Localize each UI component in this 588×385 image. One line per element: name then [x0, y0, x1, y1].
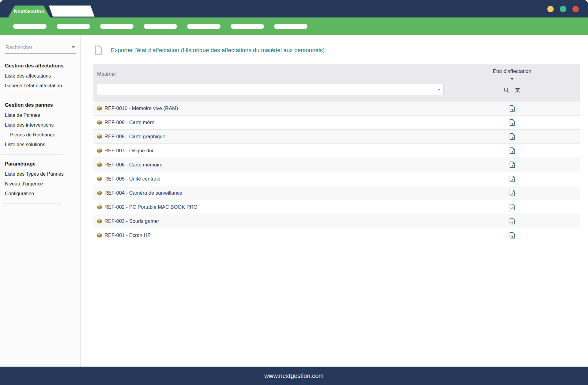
- file-pdf-icon[interactable]: [510, 147, 515, 154]
- table-row[interactable]: REF-002 - PC Portable MAC BOOK PRO: [93, 200, 580, 214]
- row-label: REF-002 - PC Portable MAC BOOK PRO: [104, 204, 198, 210]
- row-label: REF-001 - Ecran HP: [104, 232, 151, 238]
- table-row[interactable]: REF-001 - Ecran HP: [93, 228, 580, 242]
- page: NextGestion Gestion des affectations Lis…: [0, 0, 588, 385]
- sidebar-item-liste-des-solutions[interactable]: Liste des solutions: [5, 140, 80, 150]
- row-label: REF-006 - Carte mémoire: [104, 162, 163, 168]
- grid-header: Matériel État d'affectation: [93, 64, 580, 101]
- brand-name: NextGestion: [14, 9, 44, 15]
- sidebar-item-niveau-durgence[interactable]: Niveau d'urgence: [5, 179, 80, 189]
- table-row[interactable]: REF-006 - Carte mémoire: [93, 158, 580, 172]
- table-row[interactable]: REF-009 - Carte mère: [93, 115, 580, 129]
- file-pdf-icon[interactable]: [510, 232, 515, 238]
- nav-bar: [0, 17, 588, 35]
- sidebar-item-generer-etat-affectation[interactable]: Générer l'état d'affectation: [5, 81, 80, 91]
- sidebar-group-heading-pannes: Gestion des pannes: [5, 102, 80, 108]
- document-icon: [95, 45, 103, 55]
- table-row[interactable]: REF-003 - Souris gamer: [93, 214, 580, 228]
- row-label: REF-0010 - Mémoire vive (RAM): [104, 105, 178, 111]
- sidebar-item-liste-des-types-de-pannes[interactable]: Liste des Types de Pannes: [5, 169, 80, 179]
- column-header-etat-affectation[interactable]: État d'affectation: [444, 64, 580, 84]
- table-row[interactable]: REF-005 - Unité centrale: [93, 172, 580, 186]
- row-label: REF-005 - Unité centrale: [104, 176, 160, 182]
- file-pdf-icon[interactable]: [510, 176, 515, 182]
- page-title: Exporter l'état d'affectation (Historiqu…: [111, 47, 325, 54]
- row-label: REF-004 - Caméra de surveillance: [104, 190, 182, 196]
- window-dot-teal-icon[interactable]: [560, 6, 566, 12]
- file-pdf-icon[interactable]: [510, 133, 515, 140]
- row-label: REF-009 - Carte mère: [104, 120, 154, 125]
- grid-rows: REF-0010 - Mémoire vive (RAM): [93, 101, 580, 242]
- package-icon: [97, 176, 102, 181]
- sidebar-group-heading-parametrage: Paramétrage: [5, 161, 80, 167]
- package-icon: [97, 204, 102, 210]
- sidebar-group-heading-affectations: Gestion des affectations: [5, 63, 80, 69]
- sidebar-item-liste-de-pannes[interactable]: Liste de Pannes: [5, 110, 80, 120]
- nav-pill-1[interactable]: [13, 24, 47, 29]
- package-icon: [97, 106, 102, 111]
- package-icon: [97, 219, 102, 224]
- brand-tab[interactable]: NextGestion: [8, 6, 50, 18]
- search-icon[interactable]: [503, 87, 510, 93]
- table-row[interactable]: REF-007 - Disque dur: [93, 143, 580, 158]
- package-icon: [97, 162, 102, 167]
- search-input[interactable]: [5, 42, 76, 54]
- etat-filter-caret-icon[interactable]: [511, 78, 514, 80]
- table-row[interactable]: REF-0010 - Mémoire vive (RAM): [93, 101, 580, 115]
- window-dot-yellow-icon[interactable]: [547, 6, 554, 12]
- blank-tab[interactable]: [49, 6, 94, 17]
- package-icon: [97, 190, 102, 196]
- nav-pill-5[interactable]: [187, 24, 221, 29]
- nav-pill-2[interactable]: [57, 24, 90, 29]
- sidebar-item-liste-des-affectations[interactable]: Liste des affectations: [5, 71, 80, 81]
- package-icon: [97, 120, 102, 125]
- sidebar-item-liste-des-interventions[interactable]: Liste des interventions: [5, 120, 80, 130]
- column-header-materiel[interactable]: Matériel: [93, 64, 444, 84]
- file-pdf-icon[interactable]: [510, 119, 515, 126]
- package-icon: [97, 148, 102, 153]
- sidebar-divider: [2, 154, 62, 155]
- window-controls: [547, 6, 579, 12]
- file-pdf-icon[interactable]: [510, 162, 515, 168]
- sidebar: Gestion des affectations Liste des affec…: [0, 35, 81, 367]
- materiel-grid: Matériel État d'affectation: [93, 64, 580, 242]
- footer-url: www.nextgestion.com: [264, 372, 323, 379]
- table-row[interactable]: REF-004 - Caméra de surveillance: [93, 186, 580, 200]
- combobox-caret-icon[interactable]: [438, 89, 441, 91]
- nav-pill-6[interactable]: [231, 24, 264, 29]
- title-row: Exporter l'état d'affectation (Historiqu…: [93, 45, 580, 55]
- app-header: NextGestion: [0, 0, 588, 17]
- table-row[interactable]: REF-008 - Carte graphique: [93, 129, 580, 143]
- nav-pill-3[interactable]: [100, 24, 134, 29]
- sidebar-divider: [2, 96, 62, 96]
- sidebar-search: [5, 42, 76, 54]
- file-pdf-icon[interactable]: [510, 204, 515, 210]
- row-label: REF-008 - Carte graphique: [104, 134, 165, 139]
- search-caret-icon[interactable]: [72, 46, 75, 48]
- materiel-filter-combobox[interactable]: [97, 84, 444, 95]
- package-icon: [97, 233, 102, 238]
- package-icon: [97, 134, 102, 139]
- file-pdf-icon[interactable]: [510, 190, 515, 196]
- sidebar-divider: [2, 204, 62, 204]
- row-label: REF-007 - Disque dur: [104, 148, 153, 154]
- nav-pill-7[interactable]: [274, 24, 307, 29]
- sidebar-item-pieces-de-rechange[interactable]: Pièces de Rechange: [5, 130, 80, 140]
- window-dot-red-icon[interactable]: [572, 6, 579, 12]
- clear-filter-icon[interactable]: [514, 87, 521, 93]
- file-pdf-icon[interactable]: [510, 218, 515, 224]
- column-header-etat-label: État d'affectation: [493, 68, 531, 74]
- row-label: REF-003 - Souris gamer: [104, 218, 159, 224]
- file-pdf-icon[interactable]: [510, 105, 515, 112]
- nav-pill-4[interactable]: [144, 24, 177, 29]
- main-content: Exporter l'état d'affectation (Historiqu…: [81, 35, 588, 367]
- footer: www.nextgestion.com: [0, 367, 588, 385]
- sidebar-item-configuration[interactable]: Configuration: [5, 189, 80, 199]
